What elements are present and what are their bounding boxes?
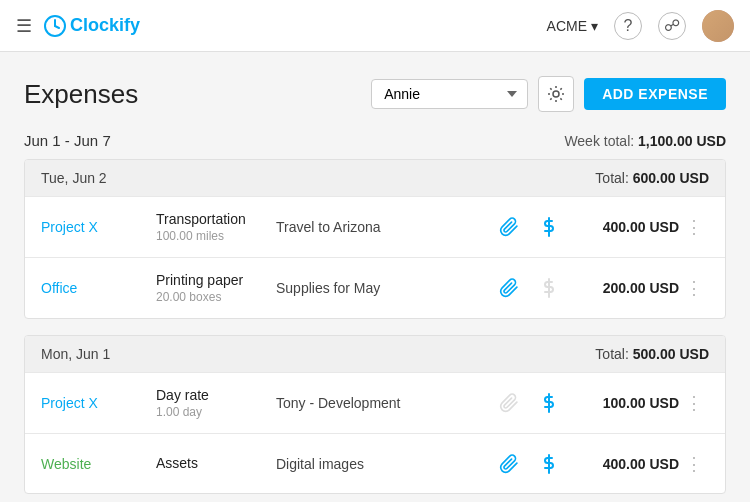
header-left: ☰ Clockify — [16, 15, 547, 37]
group-date: Mon, Jun 1 — [41, 346, 110, 362]
expense-category: Printing paper 20.00 boxes — [156, 272, 276, 304]
hamburger-icon[interactable]: ☰ — [16, 15, 32, 37]
week-total-label: Week total: — [564, 133, 634, 149]
expense-attachment[interactable] — [489, 217, 529, 237]
expense-amount: 200.00 USD — [569, 280, 679, 296]
help-icon[interactable]: ? — [614, 12, 642, 40]
app-header: ☰ Clockify ACME ▾ ? ☍ — [0, 0, 750, 52]
category-sub: 20.00 boxes — [156, 290, 276, 304]
expense-menu[interactable]: ⋮ — [679, 216, 709, 238]
group-header-0: Tue, Jun 2 Total: 600.00 USD — [25, 160, 725, 196]
more-options-icon[interactable]: ⋮ — [685, 453, 703, 475]
workspace-chevron: ▾ — [591, 18, 598, 34]
workspace-name: ACME — [547, 18, 587, 34]
expense-amount: 400.00 USD — [569, 219, 679, 235]
expense-attachment[interactable] — [489, 454, 529, 474]
expense-row: Website Assets Digital images 400.00 USD… — [25, 433, 725, 493]
expense-row: Office Printing paper 20.00 boxes Suppli… — [25, 257, 725, 318]
page-header-actions: Annie All team members ADD EXPENSE — [371, 76, 726, 112]
expense-billable[interactable] — [529, 217, 569, 237]
expense-row: Project X Transportation 100.00 miles Tr… — [25, 196, 725, 257]
notification-icon[interactable]: ☍ — [658, 12, 686, 40]
date-range-row: Jun 1 - Jun 7 Week total: 1,100.00 USD — [24, 132, 726, 149]
expense-project[interactable]: Website — [41, 456, 156, 472]
workspace-selector[interactable]: ACME ▾ — [547, 18, 598, 34]
category-name: Day rate — [156, 387, 276, 403]
group-header-1: Mon, Jun 1 Total: 500.00 USD — [25, 336, 725, 372]
billable-icon — [541, 217, 557, 237]
group-total-value: 500.00 USD — [633, 346, 709, 362]
expense-note: Digital images — [276, 456, 489, 472]
main-content: Expenses Annie All team members ADD EXPE… — [0, 52, 750, 502]
billable-icon — [541, 454, 557, 474]
page-title: Expenses — [24, 79, 138, 110]
category-sub: 1.00 day — [156, 405, 276, 419]
expense-note: Tony - Development — [276, 395, 489, 411]
paperclip-icon-empty — [499, 393, 519, 413]
group-total: Total: 600.00 USD — [595, 170, 709, 186]
expense-attachment[interactable] — [489, 393, 529, 413]
group-date: Tue, Jun 2 — [41, 170, 107, 186]
logo[interactable]: Clockify — [44, 15, 140, 37]
category-name: Printing paper — [156, 272, 276, 288]
expense-billable[interactable] — [529, 278, 569, 298]
paperclip-icon — [499, 217, 519, 237]
expense-amount: 100.00 USD — [569, 395, 679, 411]
logo-icon — [44, 15, 66, 37]
expense-note: Supplies for May — [276, 280, 489, 296]
expense-groups: Tue, Jun 2 Total: 600.00 USD Project X T… — [24, 159, 726, 494]
more-options-icon[interactable]: ⋮ — [685, 392, 703, 414]
paperclip-icon — [499, 278, 519, 298]
category-name: Transportation — [156, 211, 276, 227]
gear-icon — [547, 85, 565, 103]
date-range: Jun 1 - Jun 7 — [24, 132, 111, 149]
expense-menu[interactable]: ⋮ — [679, 392, 709, 414]
avatar[interactable] — [702, 10, 734, 42]
billable-icon — [541, 278, 557, 298]
expense-group-0: Tue, Jun 2 Total: 600.00 USD Project X T… — [24, 159, 726, 319]
week-total-value: 1,100.00 USD — [638, 133, 726, 149]
expense-category: Assets — [156, 455, 276, 473]
paperclip-icon — [499, 454, 519, 474]
expense-category: Transportation 100.00 miles — [156, 211, 276, 243]
expense-project[interactable]: Office — [41, 280, 156, 296]
expense-row: Project X Day rate 1.00 day Tony - Devel… — [25, 372, 725, 433]
svg-line-2 — [55, 26, 59, 28]
svg-point-3 — [553, 91, 559, 97]
expense-billable[interactable] — [529, 454, 569, 474]
category-name: Assets — [156, 455, 276, 471]
group-total-value: 600.00 USD — [633, 170, 709, 186]
add-expense-button[interactable]: ADD EXPENSE — [584, 78, 726, 110]
expense-category: Day rate 1.00 day — [156, 387, 276, 419]
expense-group-1: Mon, Jun 1 Total: 500.00 USD Project X D… — [24, 335, 726, 494]
more-options-icon[interactable]: ⋮ — [685, 216, 703, 238]
expense-project[interactable]: Project X — [41, 219, 156, 235]
user-filter-select[interactable]: Annie All team members — [371, 79, 528, 109]
expense-note: Travel to Arizona — [276, 219, 489, 235]
avatar-image — [702, 10, 734, 42]
expense-menu[interactable]: ⋮ — [679, 277, 709, 299]
header-right: ACME ▾ ? ☍ — [547, 10, 734, 42]
page-header: Expenses Annie All team members ADD EXPE… — [24, 76, 726, 112]
expense-attachment[interactable] — [489, 278, 529, 298]
expense-project[interactable]: Project X — [41, 395, 156, 411]
expense-menu[interactable]: ⋮ — [679, 453, 709, 475]
group-total: Total: 500.00 USD — [595, 346, 709, 362]
week-total: Week total: 1,100.00 USD — [564, 133, 726, 149]
expense-billable[interactable] — [529, 393, 569, 413]
category-sub: 100.00 miles — [156, 229, 276, 243]
billable-icon — [541, 393, 557, 413]
expense-amount: 400.00 USD — [569, 456, 679, 472]
settings-button[interactable] — [538, 76, 574, 112]
more-options-icon[interactable]: ⋮ — [685, 277, 703, 299]
logo-text: Clockify — [70, 15, 140, 36]
